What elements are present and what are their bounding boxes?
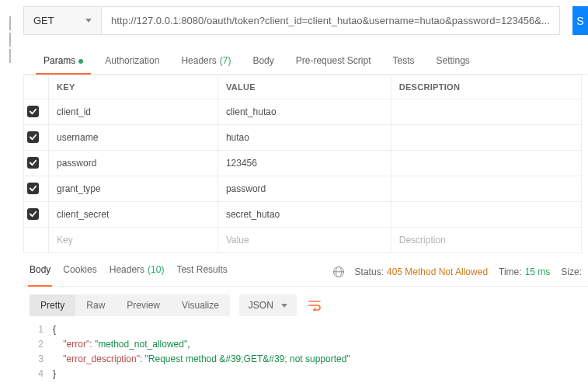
checkbox-checked-icon[interactable]	[27, 208, 39, 220]
globe-icon[interactable]	[333, 266, 344, 277]
col-key: KEY	[49, 75, 218, 99]
tab-settings[interactable]: Settings	[426, 49, 481, 74]
resp-tab-headers[interactable]: Headers(10)	[110, 264, 165, 280]
param-value-input[interactable]: Value	[217, 228, 391, 253]
resp-tab-test-results[interactable]: Test Results	[176, 264, 227, 280]
request-tabs: Params Authorization Headers(7) Body Pre…	[23, 49, 588, 75]
wrap-lines-button[interactable]	[304, 294, 326, 316]
chevron-down-icon	[281, 304, 287, 308]
param-key[interactable]: client_id	[49, 99, 218, 125]
table-row-new[interactable]: KeyValueDescription	[24, 228, 582, 253]
http-method-value: GET	[33, 15, 54, 26]
param-desc[interactable]	[391, 176, 581, 202]
http-method-dropdown[interactable]: GET	[24, 7, 102, 34]
param-desc[interactable]	[391, 125, 581, 151]
view-visualize[interactable]: Visualize	[171, 294, 230, 316]
tab-headers[interactable]: Headers(7)	[170, 49, 242, 74]
table-row[interactable]: usernamehutao	[24, 125, 582, 151]
table-row[interactable]: client_secretsecret_hutao	[24, 202, 582, 228]
params-table: KEY VALUE DESCRIPTION client_idclient_hu…	[23, 75, 582, 253]
response-body[interactable]: 1{ 2 "error": "method_not_allowed", 3 "e…	[30, 322, 588, 381]
tab-params[interactable]: Params	[33, 49, 94, 74]
checkbox-checked-icon[interactable]	[27, 106, 39, 117]
param-key[interactable]: password	[49, 151, 218, 176]
table-row[interactable]: grant_typepassword	[24, 176, 582, 202]
param-key[interactable]: username	[49, 125, 218, 151]
active-dot-icon	[78, 59, 83, 64]
checkbox-checked-icon[interactable]	[27, 131, 39, 143]
resp-tab-cookies[interactable]: Cookies	[63, 264, 96, 280]
time-label: Time:15 ms	[499, 266, 550, 277]
param-desc[interactable]	[391, 99, 581, 125]
col-value: VALUE	[217, 75, 391, 99]
param-value[interactable]: 123456	[217, 151, 391, 176]
checkbox-checked-icon[interactable]	[27, 157, 39, 169]
send-button[interactable]: S	[572, 6, 588, 35]
param-desc[interactable]	[391, 202, 581, 228]
param-value[interactable]: password	[217, 176, 391, 202]
table-row[interactable]: password123456	[24, 151, 582, 176]
col-check	[24, 75, 49, 99]
param-desc[interactable]	[391, 151, 581, 176]
size-label: Size:	[561, 266, 582, 277]
resp-tab-body[interactable]: Body	[30, 264, 50, 280]
chevron-down-icon	[85, 19, 92, 23]
view-raw[interactable]: Raw	[75, 294, 116, 316]
view-preview[interactable]: Preview	[116, 294, 171, 316]
response-tabs: Body Cookies Headers(10) Test Results	[30, 264, 228, 280]
param-value[interactable]: client_hutao	[217, 99, 391, 125]
param-key[interactable]: client_secret	[49, 202, 218, 228]
col-desc: DESCRIPTION	[391, 75, 581, 99]
format-dropdown[interactable]: JSON	[239, 294, 297, 316]
table-row[interactable]: client_idclient_hutao	[24, 99, 582, 125]
view-pretty[interactable]: Pretty	[30, 294, 75, 316]
param-desc-input[interactable]: Description	[391, 228, 581, 253]
tab-body[interactable]: Body	[242, 49, 284, 74]
checkbox-checked-icon[interactable]	[27, 183, 39, 194]
tab-authorization[interactable]: Authorization	[94, 49, 170, 74]
view-mode-segment: Pretty Raw Preview Visualize	[30, 294, 230, 316]
status-label: Status:405 Method Not Allowed	[355, 266, 488, 277]
sidebar-handle[interactable]	[2, 14, 18, 68]
tab-tests[interactable]: Tests	[381, 49, 425, 74]
tab-prerequest[interactable]: Pre-request Script	[285, 49, 382, 74]
param-value[interactable]: secret_hutao	[217, 202, 391, 228]
param-key-input[interactable]: Key	[49, 228, 218, 253]
param-value[interactable]: hutao	[217, 125, 391, 151]
param-key[interactable]: grant_type	[49, 176, 218, 202]
url-input[interactable]: http://127.0.0.1:8080/oauth/token?client…	[102, 7, 559, 34]
